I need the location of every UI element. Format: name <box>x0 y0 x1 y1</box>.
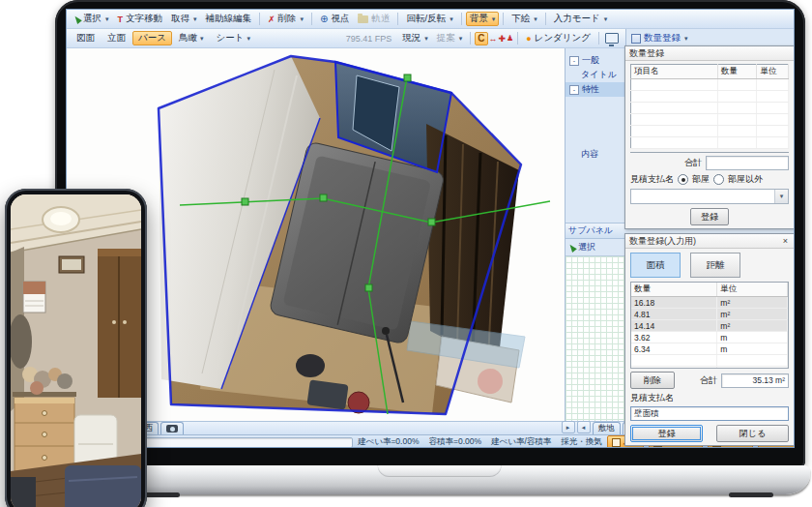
rotate-view-icon[interactable]: C <box>475 32 487 45</box>
floor-tab-site[interactable]: 敷地 <box>593 422 621 434</box>
radio-non-room[interactable] <box>713 174 724 185</box>
tab-birdseye[interactable]: 鳥瞰 ▾ <box>173 31 210 45</box>
table-row[interactable]: 16.18m² <box>631 297 788 309</box>
underlay-button[interactable]: 下絵 ▾ <box>508 12 541 26</box>
status-light-vent-link[interactable]: 採光・換気 <box>561 436 602 448</box>
delete-x-icon: ✗ <box>268 15 276 24</box>
walkthrough-icon[interactable]: ♟ <box>507 34 513 43</box>
subpanel-grid-canvas[interactable] <box>566 255 625 421</box>
chevron-down-icon: ▾ <box>200 35 204 43</box>
register-button[interactable]: 登録 <box>690 208 729 225</box>
cursor-icon <box>72 15 82 24</box>
col-header-qty: 数量 <box>717 65 757 79</box>
table-row[interactable] <box>631 137 789 149</box>
tab-elevation[interactable]: 立面 <box>102 31 131 45</box>
area-mode-button[interactable]: 面積 <box>630 253 681 278</box>
orbit-button[interactable]: 軌道 <box>354 12 393 26</box>
delete-rows-button[interactable]: 削除 <box>630 372 675 389</box>
pan-horizontal-icon[interactable]: ↔ <box>489 34 498 44</box>
close-icon[interactable]: × <box>781 237 790 246</box>
tree-item-general[interactable]: - 一般 <box>566 53 625 68</box>
panel-title-bar: 数量登録 <box>625 46 794 61</box>
tab-sheet[interactable]: シート ▾ <box>210 31 255 45</box>
register-button[interactable]: 登録 <box>630 425 703 442</box>
tree-collapse-icon[interactable]: - <box>569 85 579 95</box>
tree-item-property[interactable]: - 特性 <box>566 82 625 97</box>
quantity-register-panel: 数量登録 項目名 数量 単位 <box>624 45 795 229</box>
table-row[interactable] <box>631 114 789 126</box>
separator <box>517 32 518 45</box>
chevron-down-icon: ▾ <box>774 190 788 203</box>
col-header-qty: 数量 <box>631 283 717 297</box>
tab-perspective[interactable]: パース <box>132 31 172 45</box>
radio-room[interactable] <box>678 174 688 185</box>
select-tool-button[interactable]: 選択 ▾ <box>71 12 113 26</box>
mode-current-dropdown[interactable]: 現況 ▾ <box>398 31 432 45</box>
property-tree: - 一般 タイトル - 特性 内容 <box>566 48 625 421</box>
chevron-down-icon: ▾ <box>450 15 453 23</box>
close-button[interactable]: 閉じる <box>716 425 789 442</box>
chevron-down-icon: ▾ <box>534 15 537 23</box>
panel-title-bar: 数量登録(入力用) × <box>625 234 794 249</box>
separator <box>461 13 462 25</box>
pan-cross-icon[interactable]: ✚ <box>499 34 507 44</box>
photo-chest <box>14 398 74 471</box>
memo-icon <box>612 438 621 447</box>
table-row[interactable] <box>631 91 789 103</box>
table-row[interactable] <box>631 103 789 114</box>
monitor-icon[interactable] <box>605 33 619 44</box>
dock-panels: 数量登録 項目名 数量 単位 <box>624 45 795 420</box>
rotate-flip-button[interactable]: 回転/反転 ▾ <box>402 12 456 26</box>
total-field <box>706 156 789 170</box>
rendering-button[interactable]: ● レンダリング <box>522 31 594 45</box>
distance-mode-button[interactable]: 距離 <box>690 253 740 278</box>
text-move-button[interactable]: T 文字移動 <box>114 12 167 26</box>
col-header-unit: 単位 <box>717 283 788 297</box>
delete-button[interactable]: ✗ 削除 ▾ <box>264 12 307 26</box>
tree-item-title[interactable]: タイトル <box>566 68 625 82</box>
subpanel-select-tool[interactable]: 選択 <box>566 239 625 255</box>
table-row[interactable]: 4.81m² <box>631 309 788 320</box>
quantity-input-panel: 数量登録(入力用) × 面積 距離 <box>624 233 795 446</box>
table-row[interactable] <box>631 79 789 91</box>
tab-scroll-right[interactable]: ▸ <box>562 421 575 433</box>
estimate-name-select[interactable]: ▾ <box>630 189 789 204</box>
table-row[interactable]: 6.34m <box>631 343 788 355</box>
status-floor-area-ratio: 容積率=0.00% <box>428 436 481 448</box>
table-row[interactable]: 14.14m² <box>631 320 788 332</box>
estimate-name-label: 見積支払名 <box>630 392 789 404</box>
laptop-foot <box>729 492 773 497</box>
tree-item-content[interactable]: 内容 <box>566 147 625 162</box>
text-move-icon: T <box>118 15 124 24</box>
table-row[interactable] <box>631 355 788 367</box>
chevron-down-icon: ▾ <box>301 15 304 23</box>
status-ratio-link[interactable]: 建ぺい率/容積率 <box>491 436 551 448</box>
table-row[interactable]: 3.62m <box>631 332 788 343</box>
tab-scroll-left[interactable]: ◂ <box>577 421 591 433</box>
room-photo <box>11 194 141 507</box>
snapshot-button[interactable] <box>160 422 184 434</box>
tab-plan[interactable]: 図面 <box>71 31 101 45</box>
aux-line-edit-button[interactable]: 補助線編集 <box>202 12 256 26</box>
viewpoint-icon: ⊕ <box>320 14 328 24</box>
input-mode-button[interactable]: 入力モード ▾ <box>550 12 611 26</box>
chevron-down-icon: ▾ <box>246 35 250 43</box>
mode-proposal-dropdown[interactable]: 提案 ▾ <box>433 31 467 45</box>
subpanel-header: サブパネル <box>566 223 625 239</box>
total-field: 35.13 m² <box>721 373 789 388</box>
viewpoint-button[interactable]: ⊕ 視点 <box>316 12 353 26</box>
fps-counter: 795.41 FPS <box>346 34 392 44</box>
photo-wardrobe <box>98 249 141 398</box>
measurement-table[interactable]: 数量 単位 16.18m² 4.81m² 14.14 <box>630 282 789 369</box>
tree-collapse-icon[interactable]: - <box>569 56 579 66</box>
table-row[interactable] <box>631 367 788 370</box>
background-button[interactable]: 背景 ▾ <box>466 12 500 26</box>
acquire-button[interactable]: 取得 ▾ <box>167 12 201 26</box>
chevron-down-icon: ▾ <box>459 35 463 43</box>
camera-icon <box>166 425 178 432</box>
quantity-table[interactable]: 項目名 数量 単位 <box>630 64 789 153</box>
table-row[interactable] <box>631 126 789 137</box>
estimate-name-input[interactable]: 壁面積 <box>630 406 789 421</box>
laptop-base <box>99 465 810 494</box>
chevron-down-icon: ▾ <box>193 15 197 23</box>
